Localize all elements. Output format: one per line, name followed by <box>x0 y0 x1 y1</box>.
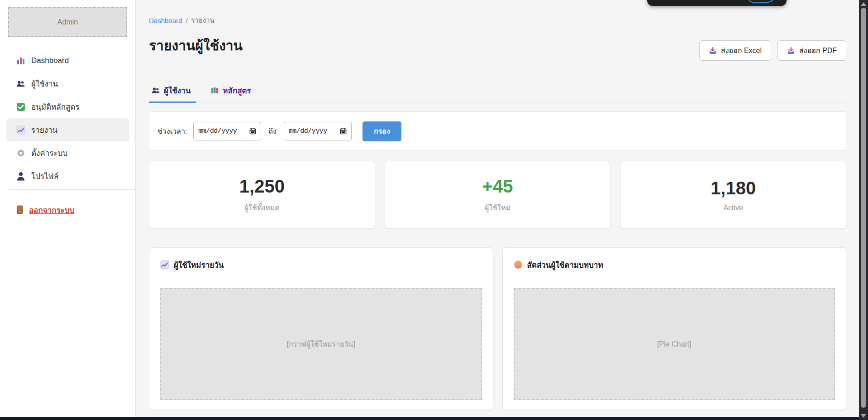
chart-card-daily-new-users: ผู้ใช้ใหม่รายวัน [กราฟผู้ใช้ใหม่รายวัน] <box>149 247 493 410</box>
brand-label: Admin <box>57 18 78 26</box>
pie-icon <box>514 260 523 269</box>
date-filter-card: ช่วงเวลา: mm/dd/yyyy ถึง mm/dd/yyyy กรอง <box>149 111 846 151</box>
calendar-icon[interactable] <box>340 128 347 135</box>
tab-bar: ผู้ใช้งาน หลักสูตร <box>149 82 846 102</box>
line-chart-icon <box>160 260 169 269</box>
breadcrumb-current: รายงาน <box>191 15 215 26</box>
stat-label: ผู้ใช้ทั้งหมด <box>244 202 280 213</box>
start-date-value: mm/dd/yyyy <box>198 127 237 135</box>
chart-title: ผู้ใช้ใหม่รายวัน <box>174 259 224 271</box>
download-tray-icon <box>709 47 717 55</box>
sidebar-menu: Dashboard ผู้ใช้งาน อนุมัติหลักสูตร รายง… <box>0 49 135 188</box>
tab-courses-label: หลักสูตร <box>223 84 251 97</box>
chart-title-row: ผู้ใช้ใหม่รายวัน <box>160 259 482 270</box>
vertical-scrollbar[interactable] <box>859 0 868 420</box>
start-date-input[interactable]: mm/dd/yyyy <box>193 122 261 140</box>
date-to-label: ถึง <box>268 126 277 137</box>
calendar-icon[interactable] <box>249 128 256 135</box>
stat-label: Active <box>723 204 743 212</box>
sidebar-item-dashboard[interactable]: Dashboard <box>6 49 129 72</box>
breadcrumb-separator: / <box>186 17 187 24</box>
tab-courses[interactable]: หลักสูตร <box>208 82 256 102</box>
line-chart-placeholder: [กราฟผู้ใช้ใหม่รายวัน] <box>160 288 482 400</box>
export-buttons: ส่งออก Excel ส่งออก PDF <box>699 40 846 61</box>
line-chart-icon <box>16 126 25 135</box>
breadcrumb-dashboard-link[interactable]: Dashboard <box>149 17 182 24</box>
scroll-up-button[interactable] <box>861 2 866 6</box>
tab-users-label: ผู้ใช้งาน <box>164 84 191 97</box>
bar-chart-icon <box>16 56 25 65</box>
sidebar-item-label: Dashboard <box>31 56 69 65</box>
export-pdf-button[interactable]: ส่งออก PDF <box>777 40 846 61</box>
date-range-label: ช่วงเวลา: <box>157 126 187 137</box>
users-icon <box>152 87 160 94</box>
main-content: Dashboard / รายงาน รายงานผู้ใช้งาน ส่งออ… <box>136 0 857 417</box>
export-excel-label: ส่งออก Excel <box>721 45 762 56</box>
page-title: รายงานผู้ใช้งาน <box>149 36 243 56</box>
gear-icon <box>16 149 25 158</box>
filter-button[interactable]: กรอง <box>362 121 401 141</box>
scroll-down-button[interactable] <box>861 414 866 418</box>
stat-value: 1,180 <box>711 178 756 198</box>
charts-row: ผู้ใช้ใหม่รายวัน [กราฟผู้ใช้ใหม่รายวัน] … <box>149 247 846 410</box>
person-icon <box>16 172 25 181</box>
toast-action-button[interactable] <box>747 0 775 3</box>
download-tray-icon <box>787 47 795 55</box>
sidebar-item-reports[interactable]: รายงาน <box>6 118 129 141</box>
sidebar-item-label: อนุมัติหลักสูตร <box>31 101 80 113</box>
sidebar: Admin Dashboard ผู้ใช้งาน อนุมัติหลักสูต… <box>0 0 136 417</box>
books-icon <box>210 87 219 94</box>
users-icon <box>16 79 25 88</box>
sidebar-item-label: โปรไฟล์ <box>31 170 58 182</box>
export-excel-button[interactable]: ส่งออก Excel <box>699 40 771 61</box>
chart-card-users-by-role: สัดส่วนผู้ใช้ตามบทบาท [Pie Chart] <box>502 247 847 410</box>
brand-placeholder: Admin <box>8 7 127 37</box>
browser-notification-toast <box>647 0 787 6</box>
sidebar-item-approve-courses[interactable]: อนุมัติหลักสูตร <box>6 95 129 118</box>
bottom-edge-bar <box>0 417 859 420</box>
tab-users[interactable]: ผู้ใช้งาน <box>149 82 196 102</box>
logout-link[interactable]: ออกจากระบบ <box>0 199 129 220</box>
stat-card-total-users: 1,250 ผู้ใช้ทั้งหมด <box>149 161 375 229</box>
end-date-value: mm/dd/yyyy <box>289 127 327 135</box>
chart-title: สัดส่วนผู้ใช้ตามบทบาท <box>527 259 603 271</box>
sidebar-item-label: รายงาน <box>31 124 57 136</box>
sidebar-item-users[interactable]: ผู้ใช้งาน <box>6 72 129 95</box>
placeholder-text: [Pie Chart] <box>657 340 692 348</box>
stat-label: ผู้ใช้ใหม่ <box>485 202 510 213</box>
export-pdf-label: ส่งออก PDF <box>799 45 837 56</box>
sidebar-item-profile[interactable]: โปรไฟล์ <box>6 164 129 188</box>
stat-card-new-users: +45 ผู้ใช้ใหม่ <box>385 161 611 229</box>
logout-label: ออกจากระบบ <box>29 204 74 216</box>
breadcrumb: Dashboard / รายงาน <box>149 15 846 26</box>
chart-title-row: สัดส่วนผู้ใช้ตามบทบาท <box>514 259 835 270</box>
placeholder-text: [กราฟผู้ใช้ใหม่รายวัน] <box>287 338 355 350</box>
scrollbar-thumb[interactable] <box>861 8 866 408</box>
stats-row: 1,250 ผู้ใช้ทั้งหมด +45 ผู้ใช้ใหม่ 1,180… <box>149 161 846 229</box>
door-icon <box>16 205 24 214</box>
stat-value: 1,250 <box>239 176 285 197</box>
sidebar-item-label: ตั้งค่าระบบ <box>31 147 67 159</box>
divider <box>160 278 482 278</box>
divider <box>514 278 835 278</box>
admin-report-page: Admin Dashboard ผู้ใช้งาน อนุมัติหลักสูต… <box>0 0 868 420</box>
pie-chart-placeholder: [Pie Chart] <box>514 288 835 400</box>
sidebar-item-label: ผู้ใช้งาน <box>31 77 58 90</box>
title-row: รายงานผู้ใช้งาน ส่งออก Excel ส่งออก PDF <box>149 36 846 61</box>
stat-card-active-users: 1,180 Active <box>620 161 846 229</box>
sidebar-item-settings[interactable]: ตั้งค่าระบบ <box>6 141 129 164</box>
stat-value: +45 <box>482 176 513 197</box>
end-date-input[interactable]: mm/dd/yyyy <box>284 122 352 140</box>
check-icon <box>16 102 25 111</box>
sidebar-divider <box>9 189 135 190</box>
